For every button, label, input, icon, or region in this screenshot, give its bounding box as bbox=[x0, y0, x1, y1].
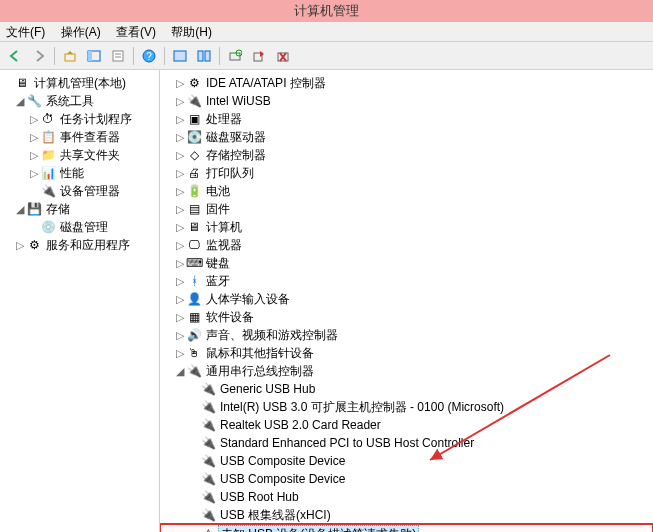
usb-item[interactable]: 🔌Standard Enhanced PCI to USB Host Contr… bbox=[160, 434, 653, 452]
update-driver-button[interactable] bbox=[248, 45, 270, 67]
uninstall-button[interactable] bbox=[272, 45, 294, 67]
cat-hid[interactable]: ▷👤人体学输入设备 bbox=[160, 290, 653, 308]
computer-icon: 🖥 bbox=[186, 219, 202, 235]
tree-root[interactable]: 🖥计算机管理(本地) bbox=[0, 74, 159, 92]
cat-computer[interactable]: ▷🖥计算机 bbox=[160, 218, 653, 236]
svg-rect-3 bbox=[113, 51, 123, 61]
svg-rect-10 bbox=[205, 51, 210, 61]
svg-rect-2 bbox=[88, 51, 92, 61]
svg-rect-11 bbox=[230, 53, 240, 60]
tools-icon: 🔧 bbox=[26, 93, 42, 109]
cat-storage-ctrl[interactable]: ▷◇存储控制器 bbox=[160, 146, 653, 164]
view-button-1[interactable] bbox=[169, 45, 191, 67]
storage-ctrl-icon: ◇ bbox=[186, 147, 202, 163]
software-icon: ▦ bbox=[186, 309, 202, 325]
properties-button[interactable] bbox=[107, 45, 129, 67]
cpu-icon: ▣ bbox=[186, 111, 202, 127]
usb-device-icon: 🔌 bbox=[200, 453, 216, 469]
usb-device-icon: 🔌 bbox=[200, 507, 216, 523]
ide-icon: ⚙ bbox=[186, 75, 202, 91]
firmware-icon: ▤ bbox=[186, 201, 202, 217]
tree-event-viewer[interactable]: ▷📋事件查看器 bbox=[0, 128, 159, 146]
usb-icon: 🔌 bbox=[186, 93, 202, 109]
toolbar: ? bbox=[0, 42, 653, 70]
back-button[interactable] bbox=[4, 45, 26, 67]
cat-software-dev[interactable]: ▷▦软件设备 bbox=[160, 308, 653, 326]
view-button-2[interactable] bbox=[193, 45, 215, 67]
monitor-icon: 🖵 bbox=[186, 237, 202, 253]
cat-monitors[interactable]: ▷🖵监视器 bbox=[160, 236, 653, 254]
usb-device-icon: 🔌 bbox=[200, 381, 216, 397]
usb-device-icon: 🔌 bbox=[200, 471, 216, 487]
tree-system-tools[interactable]: ◢🔧系统工具 bbox=[0, 92, 159, 110]
tree-storage[interactable]: ◢💾存储 bbox=[0, 200, 159, 218]
event-icon: 📋 bbox=[40, 129, 56, 145]
usb-device-icon: 🔌 bbox=[200, 435, 216, 451]
cat-firmware[interactable]: ▷▤固件 bbox=[160, 200, 653, 218]
usb-item[interactable]: 🔌Realtek USB 2.0 Card Reader bbox=[160, 416, 653, 434]
cat-bluetooth[interactable]: ▷ᚼ蓝牙 bbox=[160, 272, 653, 290]
usb-device-icon: 🔌 bbox=[200, 417, 216, 433]
menu-file[interactable]: 文件(F) bbox=[6, 25, 45, 39]
cat-usb-ctrl[interactable]: ◢🔌通用串行总线控制器 bbox=[160, 362, 653, 380]
up-button[interactable] bbox=[59, 45, 81, 67]
printer-icon: 🖨 bbox=[186, 165, 202, 181]
cat-sound[interactable]: ▷🔊声音、视频和游戏控制器 bbox=[160, 326, 653, 344]
mouse-icon: 🖱 bbox=[186, 345, 202, 361]
warning-usb-icon: ⚠ bbox=[200, 526, 216, 532]
menu-view[interactable]: 查看(V) bbox=[116, 25, 156, 39]
usb-item[interactable]: 🔌Intel(R) USB 3.0 可扩展主机控制器 - 0100 (Micro… bbox=[160, 398, 653, 416]
window-title: 计算机管理 bbox=[0, 0, 653, 22]
folder-icon: 📁 bbox=[40, 147, 56, 163]
perf-icon: 📊 bbox=[40, 165, 56, 181]
svg-rect-8 bbox=[174, 51, 186, 61]
forward-button[interactable] bbox=[28, 45, 50, 67]
cat-batteries[interactable]: ▷🔋电池 bbox=[160, 182, 653, 200]
usb-device-icon: 🔌 bbox=[200, 399, 216, 415]
usb-item-unknown[interactable]: ⚠未知 USB 设备(设备描述符请求失败) bbox=[160, 524, 653, 532]
usb-device-icon: 🔌 bbox=[200, 489, 216, 505]
tree-disk-management[interactable]: 💿磁盘管理 bbox=[0, 218, 159, 236]
bluetooth-icon: ᚼ bbox=[186, 273, 202, 289]
tree-performance[interactable]: ▷📊性能 bbox=[0, 164, 159, 182]
sound-icon: 🔊 bbox=[186, 327, 202, 343]
usb-item[interactable]: 🔌USB Composite Device bbox=[160, 470, 653, 488]
cat-mice[interactable]: ▷🖱鼠标和其他指针设备 bbox=[160, 344, 653, 362]
cat-wiusb[interactable]: ▷🔌Intel WiUSB bbox=[160, 92, 653, 110]
cat-disk-drives[interactable]: ▷💽磁盘驱动器 bbox=[160, 128, 653, 146]
device-tree[interactable]: ▷⚙IDE ATA/ATAPI 控制器 ▷🔌Intel WiUSB ▷▣处理器 … bbox=[160, 70, 653, 532]
cat-print-queues[interactable]: ▷🖨打印队列 bbox=[160, 164, 653, 182]
show-hide-tree-button[interactable] bbox=[83, 45, 105, 67]
disk-drives-icon: 💽 bbox=[186, 129, 202, 145]
svg-text:?: ? bbox=[146, 51, 152, 62]
cat-keyboards[interactable]: ▷⌨键盘 bbox=[160, 254, 653, 272]
storage-icon: 💾 bbox=[26, 201, 42, 217]
usb-ctrl-icon: 🔌 bbox=[186, 363, 202, 379]
usb-item[interactable]: 🔌USB 根集线器(xHCI) bbox=[160, 506, 653, 524]
computer-mgmt-icon: 🖥 bbox=[14, 75, 30, 91]
keyboard-icon: ⌨ bbox=[186, 255, 202, 271]
clock-icon: ⏱ bbox=[40, 111, 56, 127]
device-mgr-icon: 🔌 bbox=[40, 183, 56, 199]
svg-rect-9 bbox=[198, 51, 203, 61]
menu-action[interactable]: 操作(A) bbox=[61, 25, 101, 39]
help-button[interactable]: ? bbox=[138, 45, 160, 67]
cat-cpu[interactable]: ▷▣处理器 bbox=[160, 110, 653, 128]
usb-item[interactable]: 🔌Generic USB Hub bbox=[160, 380, 653, 398]
usb-item[interactable]: 🔌USB Composite Device bbox=[160, 452, 653, 470]
left-tree[interactable]: 🖥计算机管理(本地) ◢🔧系统工具 ▷⏱任务计划程序 ▷📋事件查看器 ▷📁共享文… bbox=[0, 70, 160, 532]
tree-task-scheduler[interactable]: ▷⏱任务计划程序 bbox=[0, 110, 159, 128]
tree-device-manager[interactable]: 🔌设备管理器 bbox=[0, 182, 159, 200]
scan-hardware-button[interactable] bbox=[224, 45, 246, 67]
hid-icon: 👤 bbox=[186, 291, 202, 307]
svg-rect-0 bbox=[65, 54, 75, 61]
disk-icon: 💿 bbox=[40, 219, 56, 235]
menu-help[interactable]: 帮助(H) bbox=[171, 25, 212, 39]
usb-item[interactable]: 🔌USB Root Hub bbox=[160, 488, 653, 506]
tree-services-apps[interactable]: ▷⚙服务和应用程序 bbox=[0, 236, 159, 254]
cat-ide[interactable]: ▷⚙IDE ATA/ATAPI 控制器 bbox=[160, 74, 653, 92]
main-panes: 🖥计算机管理(本地) ◢🔧系统工具 ▷⏱任务计划程序 ▷📋事件查看器 ▷📁共享文… bbox=[0, 70, 653, 532]
services-icon: ⚙ bbox=[26, 237, 42, 253]
tree-shared-folders[interactable]: ▷📁共享文件夹 bbox=[0, 146, 159, 164]
menubar: 文件(F) 操作(A) 查看(V) 帮助(H) bbox=[0, 22, 653, 42]
